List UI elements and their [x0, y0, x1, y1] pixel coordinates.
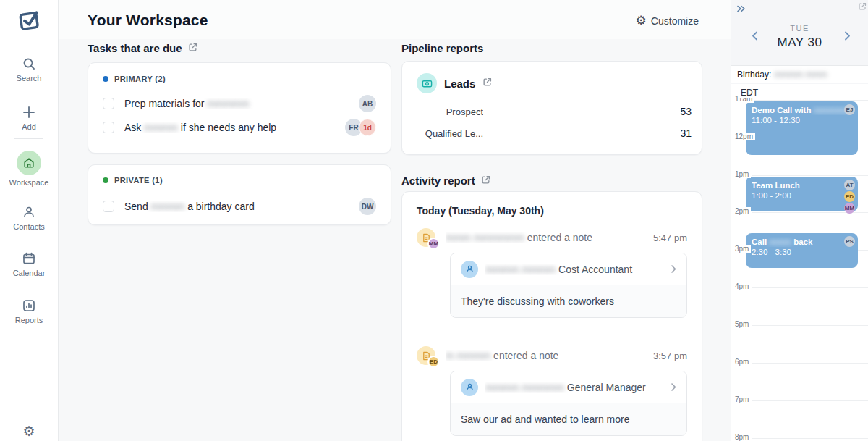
birthday-label: Birthday:: [737, 70, 771, 80]
external-link-icon[interactable]: [188, 42, 197, 54]
task-checkbox[interactable]: [103, 98, 114, 109]
app-sidebar: Search Add Workspace Contacts Calendar: [0, 0, 59, 441]
sidebar-item-label: Contacts: [0, 222, 58, 231]
birthday-row[interactable]: Birthday: mmmm mmm: [731, 65, 868, 83]
bar-category-label: Qualified Le...: [417, 128, 483, 139]
day-timeline: EDT 11am 12pm 1pm 2pm 3pm 4pm 5pm 6pm 7p…: [731, 84, 868, 441]
task-text: Ask mmmm if she needs any help: [124, 122, 345, 133]
task-checkbox[interactable]: [103, 122, 114, 133]
person-icon: [461, 261, 478, 278]
record-name: mmmm mmmm Cost Accountant: [485, 264, 664, 275]
hour-label: 7pm: [733, 395, 751, 403]
tasks-section-title: Tasks that are due: [88, 42, 182, 54]
task-card-primary: PRIMARY (2) Prep materials for mmmmm AB …: [88, 62, 391, 154]
note-icon-wrap: ED: [417, 346, 446, 365]
task-row[interactable]: Prep materials for mmmmm AB: [103, 93, 376, 114]
avatar: DW: [359, 198, 376, 215]
redacted-name: mmmmm: [207, 98, 249, 109]
record-card: mmmm mmmmm General Manager Saw our ad an…: [450, 371, 687, 436]
task-text: Send mmmm a birthday card: [124, 201, 359, 212]
bar-value: 31: [670, 127, 692, 139]
hour-line: [752, 325, 868, 326]
redacted-name: mmmm: [151, 201, 185, 212]
person-icon: [22, 205, 36, 219]
home-icon: [22, 156, 35, 169]
external-link-icon[interactable]: [858, 1, 867, 14]
external-link-icon[interactable]: [482, 77, 492, 90]
redacted-name: m mmmm: [446, 350, 490, 361]
chart-bar-row: Prospect 53: [417, 104, 692, 119]
task-group-header: PRIMARY (2): [103, 75, 166, 83]
next-day-button[interactable]: [844, 30, 851, 43]
bar-value: 53: [670, 106, 692, 117]
task-group-label: PRIVATE (1): [114, 176, 163, 185]
settings-button[interactable]: ⚙: [0, 424, 58, 439]
prev-day-button[interactable]: [752, 30, 758, 43]
avatar: AT: [844, 180, 855, 190]
pipeline-report-header: Leads: [417, 73, 492, 93]
activity-entry[interactable]: ED m mmmm entered a note 3:57 pm: [417, 345, 687, 366]
hour-label: 1pm: [733, 170, 751, 178]
avatar: MM: [427, 238, 440, 250]
activity-section-title: Activity report: [401, 175, 475, 187]
external-link-icon[interactable]: [481, 175, 490, 187]
calendar-event-call-back[interactable]: Call mmm back 2:30 - 3:30 PS: [746, 233, 858, 268]
hour-label: 12pm: [733, 133, 755, 140]
record-note: They're discussing with coworkers: [451, 285, 686, 317]
plus-icon: [22, 105, 36, 119]
logo-check-icon: [14, 6, 43, 35]
task-checkbox[interactable]: [103, 201, 114, 212]
hour-line: [752, 400, 868, 401]
sidebar-item-search[interactable]: Search: [0, 56, 58, 83]
record-card: mmmm mmmm Cost Accountant They're discus…: [450, 253, 687, 318]
activity-entry[interactable]: MM mmm mmmmmm entered a note 5:47 pm: [417, 227, 687, 248]
timezone-label: EDT: [739, 88, 760, 98]
activity-timestamp: 3:57 pm: [653, 350, 687, 361]
sidebar-item-workspace[interactable]: Workspace: [0, 151, 58, 187]
task-row[interactable]: Send mmmm a birthday card DW: [103, 196, 376, 217]
tasks-section-header: Tasks that are due: [88, 42, 197, 54]
sidebar-item-contacts[interactable]: Contacts: [0, 205, 58, 231]
cash-icon: [417, 73, 437, 93]
calendar-icon: [22, 251, 36, 266]
activity-entry-text: mmm mmmmmm entered a note: [446, 232, 653, 243]
task-card-private: PRIVATE (1) Send mmmm a birthday card DW: [88, 164, 391, 225]
pipeline-section-header: Pipeline reports: [401, 42, 483, 54]
sidebar-item-add[interactable]: Add: [0, 105, 58, 131]
activity-timestamp: 5:47 pm: [653, 232, 687, 243]
avatar: ED: [427, 356, 440, 368]
event-time: 2:30 - 3:30: [752, 247, 852, 258]
avatar: AB: [359, 95, 376, 112]
sidebar-item-calendar[interactable]: Calendar: [0, 251, 58, 277]
pipeline-report-title: Leads: [444, 77, 475, 90]
record-link-row[interactable]: mmmm mmmmm General Manager: [451, 371, 686, 403]
task-row[interactable]: Ask mmmm if she needs any help FR 1d: [103, 117, 376, 138]
sidebar-item-reports[interactable]: Reports: [0, 298, 58, 324]
hour-line: [752, 100, 868, 101]
search-icon: [22, 56, 36, 71]
app-logo[interactable]: [0, 6, 58, 35]
record-link-row[interactable]: mmmm mmmm Cost Accountant: [451, 253, 686, 285]
avatar: PS: [844, 236, 855, 247]
chevron-right-icon: [671, 263, 676, 276]
pipeline-section-title: Pipeline reports: [401, 42, 483, 54]
event-title: Call mmm back: [752, 237, 852, 247]
event-avatars: AT ED MM: [844, 180, 855, 214]
calendar-event-team-lunch[interactable]: Team Lunch 1:00 - 2:00 AT ED MM: [746, 177, 858, 211]
sidebar-item-label: Workspace: [0, 178, 58, 187]
due-badge: 1d: [359, 119, 376, 136]
collapse-panel-icon[interactable]: [736, 4, 746, 17]
activity-day-header: Today (Tuesday, May 30th): [417, 205, 544, 217]
hour-label: 3pm: [733, 245, 751, 253]
customize-button[interactable]: ⚙ Customize: [636, 14, 699, 27]
activity-card: Today (Tuesday, May 30th) MM mmm mmmmmm …: [401, 191, 702, 441]
redacted-name: mmmm mmm: [774, 70, 827, 80]
task-group-label: PRIMARY (2): [114, 75, 166, 83]
sidebar-divider: [14, 138, 43, 139]
calendar-event-demo-call[interactable]: Demo Call with mmmmm 11:00 - 12:30 EJ: [746, 101, 858, 155]
hour-label: 5pm: [733, 320, 751, 328]
hour-label: 2pm: [733, 207, 751, 215]
bar-track: [489, 125, 670, 141]
main-content: Your Workspace ⚙ Customize Tasks that ar…: [59, 0, 731, 441]
customize-label: Customize: [651, 15, 699, 27]
